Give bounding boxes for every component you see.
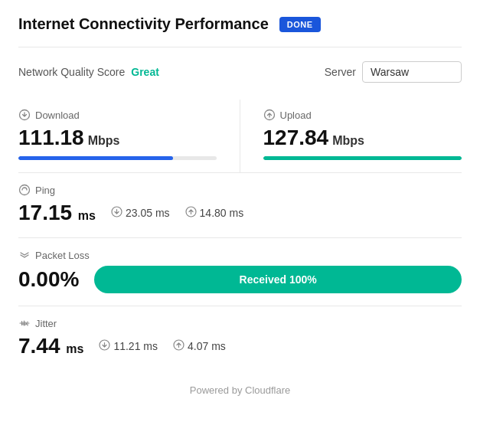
ping-main-value: 17.15 ms: [18, 201, 96, 225]
server-input[interactable]: [362, 61, 462, 83]
upload-section: Upload 127.84 Mbps: [240, 100, 462, 173]
jitter-title: Jitter: [18, 317, 462, 329]
download-label: Download: [35, 110, 80, 121]
ping-down-icon: [111, 206, 122, 220]
jitter-unit: ms: [66, 342, 83, 355]
ping-unit: ms: [78, 209, 96, 222]
upload-unit: Mbps: [332, 134, 364, 148]
footer: Powered by Cloudflare: [18, 371, 462, 402]
upload-value: 127.84: [263, 126, 329, 150]
packet-loss-title: Packet Loss: [18, 249, 462, 261]
packet-loss-section: Packet Loss 0.00% Received 100%: [18, 238, 462, 306]
ping-section: Ping 17.15 ms 23.05 ms: [18, 173, 462, 238]
upload-value-row: 127.84 Mbps: [263, 126, 462, 150]
jitter-label: Jitter: [35, 318, 57, 329]
upload-label: Upload: [280, 110, 312, 121]
packet-loss-row: 0.00% Received 100%: [18, 266, 462, 293]
jitter-number: 7.44: [18, 334, 60, 358]
packet-loss-number: 0.00: [18, 267, 60, 291]
download-section: Download 111.18 Mbps: [18, 100, 240, 173]
download-progress-fill: [18, 156, 173, 160]
network-quality-value: Great: [131, 66, 159, 78]
server-row: Server: [325, 61, 462, 83]
header: Internet Connectivity Performance DONE: [18, 15, 462, 47]
packet-loss-icon: [18, 249, 31, 261]
jitter-down-icon: [99, 339, 110, 353]
download-icon: [18, 109, 31, 121]
svg-point-2: [20, 185, 30, 195]
jitter-sub2: 4.07 ms: [173, 339, 226, 353]
ping-values: 17.15 ms 23.05 ms 14.80: [18, 201, 462, 225]
download-value-row: 111.18 Mbps: [18, 126, 217, 150]
jitter-values: 7.44 ms 11.21 ms 4.07 ms: [18, 334, 462, 358]
ping-sub1: 23.05 ms: [111, 206, 170, 220]
upload-title: Upload: [263, 109, 462, 121]
upload-icon: [263, 109, 276, 121]
jitter-icon: [18, 317, 31, 329]
ping-label: Ping: [35, 185, 55, 196]
upload-progress-bar: [263, 156, 462, 160]
network-quality-left: Network Quality Score Great: [18, 66, 159, 78]
footer-text: Powered by Cloudflare: [190, 384, 291, 396]
ping-number: 17.15: [18, 201, 72, 224]
download-progress-bar: [18, 156, 217, 160]
server-label: Server: [325, 66, 356, 78]
done-badge: DONE: [279, 17, 321, 32]
jitter-sub1: 11.21 ms: [99, 339, 158, 353]
ping-sub2-value: 14.80 ms: [200, 207, 244, 219]
page-title: Internet Connectivity Performance: [18, 15, 269, 33]
jitter-section: Jitter 7.44 ms 11.21 ms: [18, 306, 462, 371]
ping-icon: [18, 184, 31, 196]
upload-progress-fill: [263, 156, 462, 160]
received-bar-label: Received 100%: [240, 273, 317, 286]
download-title: Download: [18, 109, 217, 121]
received-bar: Received 100%: [94, 266, 462, 293]
jitter-sub1-value: 11.21 ms: [113, 340, 158, 352]
jitter-up-icon: [173, 339, 184, 353]
jitter-sub2-value: 4.07 ms: [188, 340, 226, 352]
packet-loss-unit: %: [60, 267, 80, 291]
ping-sub1-value: 23.05 ms: [126, 207, 170, 219]
ping-up-icon: [185, 206, 197, 220]
ping-sub2: 14.80 ms: [185, 206, 244, 220]
ping-title: Ping: [18, 184, 462, 196]
download-unit: Mbps: [88, 134, 120, 148]
download-value: 111.18: [18, 126, 84, 150]
network-quality-row: Network Quality Score Great Server: [18, 61, 462, 83]
packet-loss-label: Packet Loss: [35, 250, 90, 261]
download-upload-grid: Download 111.18 Mbps Upload: [18, 100, 462, 173]
network-quality-label: Network Quality Score: [18, 66, 125, 78]
jitter-main-value: 7.44 ms: [18, 334, 83, 358]
packet-loss-value: 0.00%: [18, 267, 79, 292]
